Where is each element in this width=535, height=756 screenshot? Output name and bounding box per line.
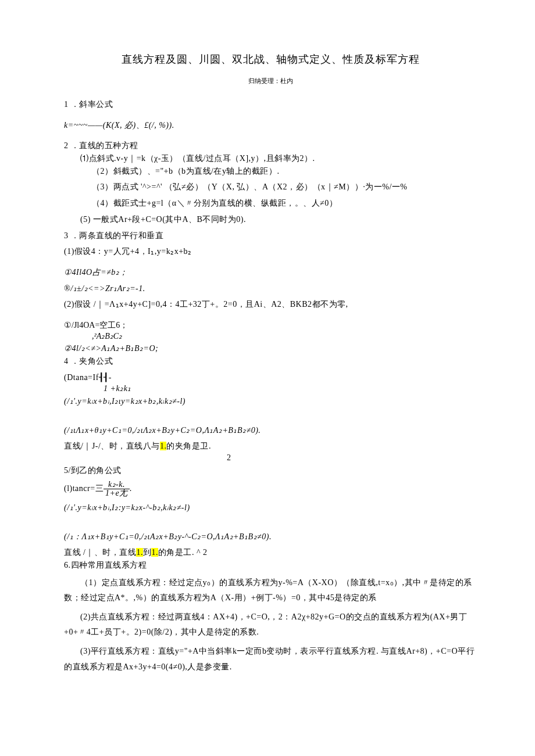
sec3-item-2b-text: ②4l/₂<≠>A₁A₂+B₁B₂=O; (64, 344, 158, 353)
sec5-note-a: 直线 /｜、时，直线 (64, 548, 136, 557)
sec5-note-hl2: 1. (151, 548, 158, 557)
sec3-item-1: (1)假设4：y=人冗+4，I₁,y=k₂x+b₂ (64, 245, 477, 258)
sec4-frac-under: 2 (64, 452, 477, 464)
section-5-heading: 5/到乙的角公式 (64, 464, 477, 477)
sec2-item-1: ⑴点斜式.v-y｜=k（χ-玉）（直线/过点耳（X],y）,且斜率为2）. (64, 152, 477, 165)
sec5-frac-den: 1+e尢 (104, 489, 130, 498)
sec2-item-5: (5) 一般式Ar+段+C=O(其中A、B不同时为0). (64, 213, 477, 226)
sec4-formula-1: (Dtana=If┨┨- (64, 371, 477, 384)
sec5-frac-num: k₂-k. (104, 481, 130, 490)
sec5-note-b: 的角是工. ^ 2 (158, 548, 208, 557)
sec5-formula-1: (l)tancr=三k₂-k.1+e尢. (64, 481, 477, 498)
sec4-note-b: 的夹角是卫. (166, 442, 211, 450)
sec2-item-4: （4）截距式士+g=l（α＼〃分别为直线的横、纵截距，。、人≠0） (64, 197, 477, 210)
sec5-fraction: k₂-k.1+e尢 (104, 481, 130, 498)
sec6-item-3: (3)平行直线系方程：直线y="+A中当斜率k一定而b变动时，表示平行直线系方程… (64, 644, 477, 675)
sec2-item-3: （3）两点式 '^>=^' （弘≠必）（Y（X, 弘）、A（X2，必）（x｜≠M… (64, 181, 477, 194)
sec5-f1-left: (l)tancr=三 (64, 484, 104, 493)
sec3-item-2: (2)假设 /｜=Λ₁x+4y+C]=0,4：4工+32丁+。2=0，且Ai、A… (64, 298, 477, 311)
sec4-note: 直线/｜J-/、时，直线八与1.的夹角是卫. (64, 440, 477, 453)
section-3-heading: 3 ．两条直线的平行和垂直 (64, 230, 477, 242)
sec4-cond-1: (/₁'.y=kᵢx+bᵢ,I₂ιy=k₂x+b₂,kᵢk₂≠-l) (64, 395, 477, 408)
section-2-heading: 2 ．直线的五种方程 (64, 139, 477, 152)
slope-formula: k=~~~——(K(X, 必)、£(/, %)). (64, 119, 477, 132)
sec2-item-2: （2）斜截式）、="+b（b为直线/在y轴上的截距）. (64, 165, 477, 178)
sec5-note-mid: 到 (143, 548, 152, 557)
sec3-item-1a-text: ①4Il4O占=≠b₂； (64, 268, 128, 277)
sec3-item-1a: ①4Il4O占=≠b₂； (64, 266, 477, 279)
sec4-cond-2: (/₁ιΛ₁x+θ₁y+C₁=0,/₂ιΛ₂x+B₂y+C₂=O,Λ₁A₂+B₁… (64, 424, 477, 437)
sec3-item-1b-text: ®/₁±/₂<=>Zr₁Ar₂=-1. (64, 284, 145, 293)
section-6-heading: 6.四种常用直线系方程 (64, 559, 477, 572)
sec5-note: 直线 /｜、时，直线1.到1.的角是工. ^ 2 (64, 546, 477, 559)
sec4-note-hl: 1. (160, 442, 167, 450)
page-title: 直线方程及圆、川圆、双北战、轴物式定义、性质及标军方程 (64, 52, 477, 66)
sec4-f1-left: (Dtana=If┨┨- (64, 373, 112, 382)
sec5-cond-1: (/₁'.y=kᵢx+bᵢ,I₂:y=k₂x-^-b₂,kᵢk₂≠-l) (64, 501, 477, 514)
section-4-heading: 4 ．夹角公式 (64, 355, 477, 368)
author-line: 归纳受理：杜内 (64, 77, 477, 85)
sec4-f1-right: 1 +k₂k₁ (64, 382, 477, 395)
document-page: 直线方程及圆、川圆、双北战、轴物式定义、性质及标军方程 归纳受理：杜内 1 ．斜… (0, 0, 535, 710)
sec6-item-2: (2)共点直线系方程：经过两直线4：AX+4)，+C=O,，2：A2χ+82y+… (64, 610, 477, 640)
sec6-item-1: （1）定点直线系方程：经过定点y₀）的直线系方程为y-%=A（X-XO）（除直线… (64, 575, 477, 606)
sec4-note-a: 直线/｜J-/、时，直线八与 (64, 442, 160, 450)
sec5-note-hl1: 1. (136, 548, 143, 557)
section-1-heading: 1 ．斜率公式 (64, 98, 477, 111)
sec3-item-1b: ®/₁±/₂<=>Zr₁Ar₂=-1. (64, 282, 477, 295)
sec5-cond-2: (/₁：Λ₁x+B₁y+C₁=0,/₂ιA₂x+B₂y-^-C₂=O,Λ₁A₂+… (64, 531, 477, 543)
sec3-item-1-text: (1)假设4：y=人冗+4，I₁,y=k₂x+b₂ (64, 247, 192, 256)
sec3-item-2a-bot: ,²A₂B₂C₂ (64, 330, 477, 343)
sec3-item-2b: ②4l/₂<≠>A₁A₂+B₁B₂=O; (64, 342, 477, 355)
